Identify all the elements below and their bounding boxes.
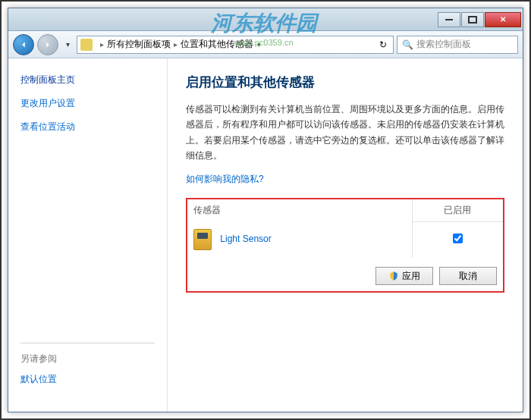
description-text: 传感器可以检测到有关计算机当前位置、周围环境以及更多方面的信息。启用传感器后，所… [186, 102, 504, 164]
chevron-right-icon: ▸ [100, 40, 104, 49]
breadcrumb-item[interactable]: 位置和其他传感器 [181, 38, 253, 51]
close-button[interactable] [485, 12, 521, 27]
address-bar[interactable]: ▸ 所有控制面板项 ▸ 位置和其他传感器 ▾ ↻ [77, 36, 394, 54]
cancel-button[interactable]: 取消 [439, 267, 497, 285]
sidebar-footer: 另请参阅 默认位置 [20, 343, 155, 396]
sidebar-header[interactable]: 控制面板主页 [20, 74, 155, 86]
arrow-left-icon [18, 39, 29, 50]
address-dropdown[interactable]: ▾ [253, 41, 264, 49]
sidebar-link-default-location[interactable]: 默认位置 [20, 373, 155, 386]
sensor-enable-checkbox[interactable] [453, 234, 463, 243]
sidebar-footer-header: 另请参阅 [20, 353, 155, 365]
breadcrumb-item[interactable]: 所有控制面板项 [107, 38, 171, 51]
table-row: Light Sensor [187, 221, 503, 258]
arrow-right-icon [42, 39, 53, 50]
page-title: 启用位置和其他传感器 [186, 74, 504, 91]
cancel-button-label: 取消 [459, 270, 477, 283]
highlight-annotation: 传感器 已启用 Light Sensor [186, 198, 504, 293]
sidebar-link-location-activity[interactable]: 查看位置活动 [20, 121, 155, 133]
main-panel: 启用位置和其他传感器 传感器可以检测到有关计算机当前位置、周围环境以及更多方面的… [168, 58, 523, 412]
navigation-bar: ▸ 所有控制面板项 ▸ 位置和其他传感器 ▾ ↻ 🔍 搜索控制面板 [8, 31, 523, 58]
shield-icon [388, 271, 399, 281]
maximize-button[interactable] [461, 12, 484, 27]
minimize-button[interactable] [438, 12, 460, 27]
button-row: 应用 取消 [187, 258, 503, 291]
refresh-button[interactable]: ↻ [376, 39, 390, 50]
chevron-right-icon: ▸ [174, 40, 178, 49]
back-button[interactable] [13, 34, 34, 55]
forward-button[interactable] [37, 34, 58, 55]
apply-button-label: 应用 [402, 270, 420, 283]
apply-button[interactable]: 应用 [375, 267, 433, 285]
sensor-icon [193, 229, 212, 250]
sidebar: 控制面板主页 更改用户设置 查看位置活动 另请参阅 默认位置 [8, 58, 168, 412]
location-icon [80, 39, 93, 51]
column-header-sensor: 传感器 [187, 199, 412, 222]
sensor-name-link[interactable]: Light Sensor [220, 234, 271, 244]
nav-history-dropdown[interactable] [61, 37, 74, 52]
privacy-help-link[interactable]: 如何影响我的隐私? [186, 173, 264, 186]
column-header-enabled: 已启用 [412, 199, 503, 222]
content-area: 控制面板主页 更改用户设置 查看位置活动 另请参阅 默认位置 启用位置和其他传感… [8, 58, 523, 412]
app-icon [16, 14, 28, 26]
search-input[interactable]: 🔍 搜索控制面板 [397, 36, 518, 54]
search-icon: 🔍 [402, 39, 413, 50]
sensor-table: 传感器 已启用 Light Sensor [187, 199, 503, 259]
search-placeholder: 搜索控制面板 [416, 38, 471, 51]
sidebar-link-user-settings[interactable]: 更改用户设置 [20, 97, 155, 110]
titlebar [8, 8, 523, 31]
control-panel-window: ▸ 所有控制面板项 ▸ 位置和其他传感器 ▾ ↻ 🔍 搜索控制面板 控制面板主页… [8, 8, 523, 412]
